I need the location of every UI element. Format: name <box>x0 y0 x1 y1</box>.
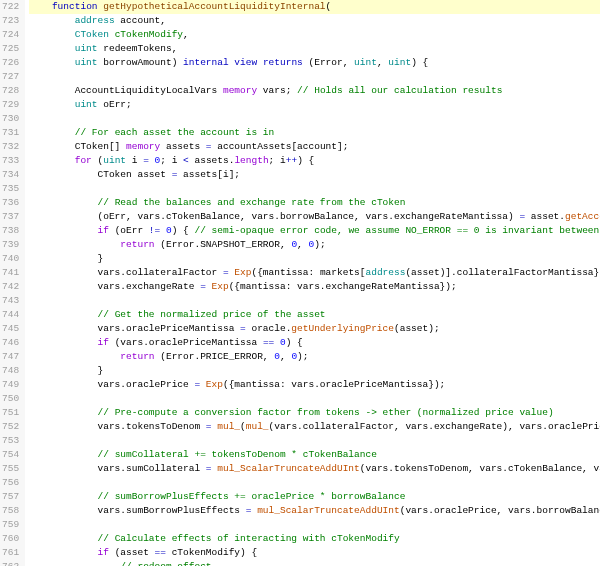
code-line[interactable]: CToken cTokenModify, <box>29 28 600 42</box>
line-number: 725 <box>2 42 19 56</box>
line-number: 762 <box>2 560 19 566</box>
code-line[interactable]: return (Error.PRICE_ERROR, 0, 0); <box>29 350 600 364</box>
line-number: 727 <box>2 70 19 84</box>
code-line[interactable]: // Pre-compute a conversion factor from … <box>29 406 600 420</box>
code-line[interactable]: return (Error.SNAPSHOT_ERROR, 0, 0); <box>29 238 600 252</box>
code-line[interactable]: (oErr, vars.cTokenBalance, vars.borrowBa… <box>29 210 600 224</box>
line-number: 729 <box>2 98 19 112</box>
code-editor: 7227237247257267277287297307317327337347… <box>0 0 600 566</box>
code-line[interactable]: vars.tokensToDenom = mul_(mul_(vars.coll… <box>29 420 600 434</box>
line-number: 742 <box>2 280 19 294</box>
line-number: 722 <box>2 0 19 14</box>
line-number: 735 <box>2 182 19 196</box>
line-number: 758 <box>2 504 19 518</box>
code-line[interactable]: // sumCollateral += tokensToDenom * cTok… <box>29 448 600 462</box>
code-line[interactable]: // Calculate effects of interacting with… <box>29 532 600 546</box>
line-number: 726 <box>2 56 19 70</box>
line-number: 740 <box>2 252 19 266</box>
code-line[interactable]: CToken asset = assets[i]; <box>29 168 600 182</box>
line-number: 732 <box>2 140 19 154</box>
code-line[interactable]: vars.sumBorrowPlusEffects = mul_ScalarTr… <box>29 504 600 518</box>
code-line[interactable]: // For each asset the account is in <box>29 126 600 140</box>
line-number: 745 <box>2 322 19 336</box>
line-number: 761 <box>2 546 19 560</box>
code-line[interactable] <box>29 112 600 126</box>
line-number: 743 <box>2 294 19 308</box>
code-line[interactable]: uint borrowAmount) internal view returns… <box>29 56 600 70</box>
code-line[interactable]: vars.oraclePriceMantissa = oracle.getUnd… <box>29 322 600 336</box>
line-number: 755 <box>2 462 19 476</box>
line-number: 760 <box>2 532 19 546</box>
code-line[interactable]: AccountLiquidityLocalVars memory vars; /… <box>29 84 600 98</box>
line-number-gutter: 7227237247257267277287297307317327337347… <box>0 0 25 566</box>
code-line[interactable] <box>29 434 600 448</box>
line-number: 730 <box>2 112 19 126</box>
line-number: 738 <box>2 224 19 238</box>
code-line[interactable]: // Read the balances and exchange rate f… <box>29 196 600 210</box>
code-line[interactable]: function getHypotheticalAccountLiquidity… <box>29 0 600 14</box>
code-line[interactable]: } <box>29 252 600 266</box>
code-line[interactable] <box>29 70 600 84</box>
line-number: 744 <box>2 308 19 322</box>
line-number: 751 <box>2 406 19 420</box>
line-number: 724 <box>2 28 19 42</box>
code-line[interactable]: vars.exchangeRate = Exp({mantissa: vars.… <box>29 280 600 294</box>
code-line[interactable] <box>29 518 600 532</box>
code-line[interactable]: vars.oraclePrice = Exp({mantissa: vars.o… <box>29 378 600 392</box>
code-line[interactable]: CToken[] memory assets = accountAssets[a… <box>29 140 600 154</box>
line-number: 759 <box>2 518 19 532</box>
code-line[interactable] <box>29 392 600 406</box>
code-line[interactable]: // redeem effect <box>29 560 600 566</box>
line-number: 749 <box>2 378 19 392</box>
code-line[interactable]: if (asset == cTokenModify) { <box>29 546 600 560</box>
line-number: 748 <box>2 364 19 378</box>
line-number: 731 <box>2 126 19 140</box>
line-number: 752 <box>2 420 19 434</box>
code-line[interactable] <box>29 182 600 196</box>
line-number: 734 <box>2 168 19 182</box>
line-number: 746 <box>2 336 19 350</box>
line-number: 736 <box>2 196 19 210</box>
line-number: 757 <box>2 490 19 504</box>
line-number: 728 <box>2 84 19 98</box>
code-line[interactable]: if (vars.oraclePriceMantissa == 0) { <box>29 336 600 350</box>
line-number: 756 <box>2 476 19 490</box>
code-line[interactable]: // sumBorrowPlusEffects += oraclePrice *… <box>29 490 600 504</box>
code-line[interactable]: vars.sumCollateral = mul_ScalarTruncateA… <box>29 462 600 476</box>
code-line[interactable]: vars.collateralFactor = Exp({mantissa: m… <box>29 266 600 280</box>
code-line[interactable]: } <box>29 364 600 378</box>
line-number: 750 <box>2 392 19 406</box>
line-number: 737 <box>2 210 19 224</box>
line-number: 733 <box>2 154 19 168</box>
line-number: 741 <box>2 266 19 280</box>
code-line[interactable]: uint redeemTokens, <box>29 42 600 56</box>
code-line[interactable]: address account, <box>29 14 600 28</box>
code-area[interactable]: function getHypotheticalAccountLiquidity… <box>25 0 600 566</box>
code-line[interactable]: for (uint i = 0; i < assets.length; i++)… <box>29 154 600 168</box>
line-number: 723 <box>2 14 19 28</box>
code-line[interactable]: // Get the normalized price of the asset <box>29 308 600 322</box>
code-line[interactable] <box>29 294 600 308</box>
line-number: 747 <box>2 350 19 364</box>
code-line[interactable] <box>29 476 600 490</box>
code-line[interactable]: if (oErr != 0) { // semi-opaque error co… <box>29 224 600 238</box>
code-line[interactable]: uint oErr; <box>29 98 600 112</box>
line-number: 753 <box>2 434 19 448</box>
line-number: 754 <box>2 448 19 462</box>
line-number: 739 <box>2 238 19 252</box>
